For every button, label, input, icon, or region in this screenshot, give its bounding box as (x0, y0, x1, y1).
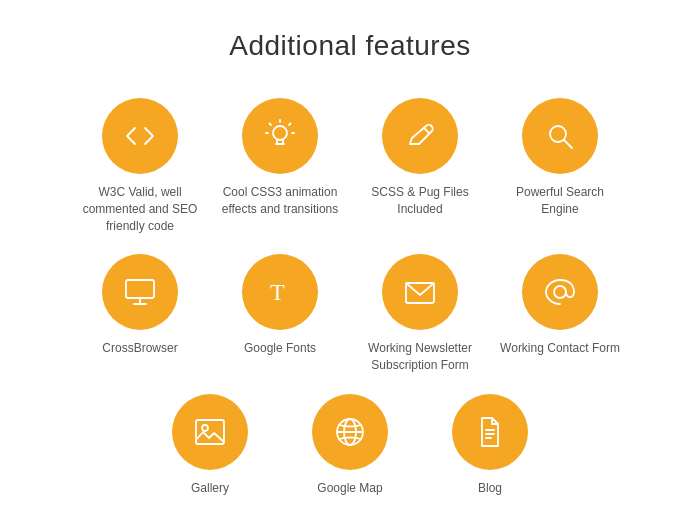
gallery-icon (192, 414, 228, 450)
pencil-icon (402, 118, 438, 154)
monitor-icon (122, 274, 158, 310)
svg-point-17 (554, 286, 566, 298)
feature-label-fonts: Google Fonts (244, 340, 316, 357)
feature-gallery: Gallery (140, 394, 280, 497)
feature-circle-gallery (172, 394, 248, 470)
feature-blog: Blog (420, 394, 560, 497)
feature-label-map: Google Map (317, 480, 382, 497)
search-icon (542, 118, 578, 154)
svg-rect-12 (126, 280, 154, 298)
feature-circle-fonts: T (242, 254, 318, 330)
feature-search: Powerful Search Engine (490, 98, 630, 234)
features-row-1: W3C Valid, well commented and SEO friend… (70, 98, 630, 244)
svg-rect-18 (196, 420, 224, 444)
feature-label-w3c: W3C Valid, well commented and SEO friend… (80, 184, 200, 234)
document-icon (472, 414, 508, 450)
bulb-icon (262, 118, 298, 154)
feature-crossbrowser: CrossBrowser (70, 254, 210, 374)
feature-scss: SCSS & Pug Files Included (350, 98, 490, 234)
globe-icon (332, 414, 368, 450)
code-icon (122, 118, 158, 154)
feature-w3c: W3C Valid, well commented and SEO friend… (70, 98, 210, 234)
feature-label-gallery: Gallery (191, 480, 229, 497)
feature-circle-contact (522, 254, 598, 330)
features-row-2: CrossBrowser T Google Fonts Working News… (70, 254, 630, 384)
svg-line-2 (289, 124, 291, 126)
feature-css3: Cool CSS3 animation effects and transiti… (210, 98, 350, 234)
envelope-icon (402, 274, 438, 310)
svg-text:T: T (270, 279, 285, 305)
feature-circle-newsletter (382, 254, 458, 330)
svg-line-4 (270, 124, 272, 126)
feature-map: Google Map (280, 394, 420, 497)
feature-circle-scss (382, 98, 458, 174)
feature-circle-w3c (102, 98, 178, 174)
feature-circle-css3 (242, 98, 318, 174)
svg-point-0 (273, 126, 287, 140)
feature-label-blog: Blog (478, 480, 502, 497)
svg-line-9 (424, 128, 429, 133)
feature-label-contact: Working Contact Form (500, 340, 620, 357)
feature-circle-search (522, 98, 598, 174)
features-row-3: Gallery Google Map (140, 394, 560, 507)
feature-label-newsletter: Working Newsletter Subscription Form (360, 340, 480, 374)
page-title: Additional features (229, 30, 470, 62)
feature-label-search: Powerful Search Engine (500, 184, 620, 218)
svg-point-19 (202, 425, 208, 431)
feature-label-css3: Cool CSS3 animation effects and transiti… (220, 184, 340, 218)
feature-label-scss: SCSS & Pug Files Included (360, 184, 480, 218)
feature-fonts: T Google Fonts (210, 254, 350, 374)
feature-contact: Working Contact Form (490, 254, 630, 374)
feature-circle-crossbrowser (102, 254, 178, 330)
text-icon: T (262, 274, 298, 310)
feature-newsletter: Working Newsletter Subscription Form (350, 254, 490, 374)
feature-circle-blog (452, 394, 528, 470)
features-grid: W3C Valid, well commented and SEO friend… (20, 98, 680, 517)
feature-label-crossbrowser: CrossBrowser (102, 340, 177, 357)
at-icon (542, 274, 578, 310)
feature-circle-map (312, 394, 388, 470)
svg-line-11 (564, 140, 572, 148)
